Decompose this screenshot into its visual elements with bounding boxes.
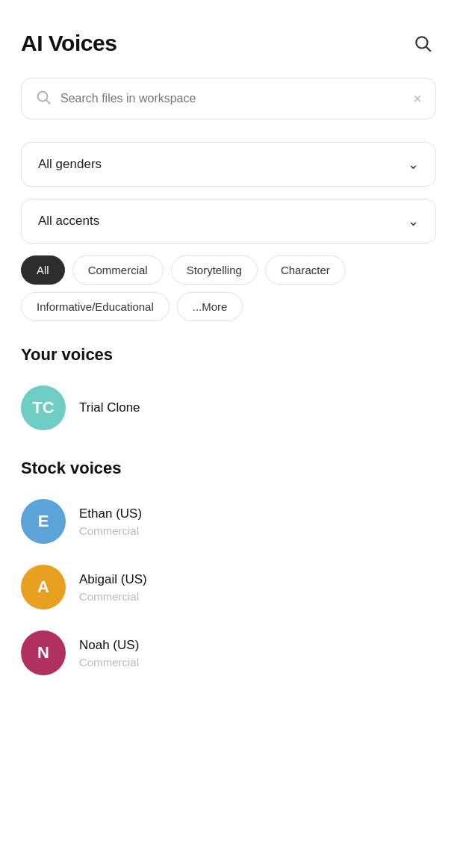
voice-info: Ethan (US)Commercial bbox=[79, 506, 142, 537]
search-bar-icon bbox=[35, 89, 52, 108]
voice-type: Commercial bbox=[79, 590, 147, 603]
accent-dropdown-chevron: ⌄ bbox=[408, 213, 419, 229]
voice-item[interactable]: NNoah (US)Commercial bbox=[21, 623, 436, 683]
your-voices-section: Your voices TCTrial Clone bbox=[21, 345, 436, 438]
header: AI Voices bbox=[21, 30, 436, 57]
svg-line-3 bbox=[46, 100, 50, 104]
stock-voices-section: Stock voices EEthan (US)CommercialAAbiga… bbox=[21, 459, 436, 683]
voice-item[interactable]: EEthan (US)Commercial bbox=[21, 492, 436, 551]
filter-chip-informativeeducational[interactable]: Informative/Educational bbox=[21, 292, 170, 321]
filter-chip-all[interactable]: All bbox=[21, 255, 65, 285]
gender-dropdown[interactable]: All genders ⌄ bbox=[21, 142, 436, 187]
filter-chips: AllCommercialStorytellingCharacterInform… bbox=[21, 255, 436, 321]
voice-name: Noah (US) bbox=[79, 638, 139, 653]
search-input[interactable] bbox=[60, 92, 404, 105]
voice-item[interactable]: TCTrial Clone bbox=[21, 378, 436, 438]
filter-chip-commercial[interactable]: Commercial bbox=[72, 255, 164, 285]
avatar: E bbox=[21, 499, 66, 544]
voice-info: Abigail (US)Commercial bbox=[79, 572, 147, 603]
svg-point-2 bbox=[38, 92, 48, 102]
stock-voices-title: Stock voices bbox=[21, 459, 436, 478]
avatar: N bbox=[21, 630, 66, 675]
clear-search-button[interactable]: × bbox=[413, 91, 422, 106]
search-icon-button[interactable] bbox=[409, 30, 436, 57]
filter-chip-more[interactable]: ...More bbox=[177, 292, 243, 321]
search-bar[interactable]: × bbox=[21, 78, 436, 120]
page-title: AI Voices bbox=[21, 31, 116, 56]
accent-dropdown[interactable]: All accents ⌄ bbox=[21, 199, 436, 244]
avatar: TC bbox=[21, 385, 66, 430]
your-voices-list: TCTrial Clone bbox=[21, 378, 436, 438]
gender-dropdown-label: All genders bbox=[38, 157, 102, 172]
filter-chip-character[interactable]: Character bbox=[265, 255, 346, 285]
svg-line-1 bbox=[426, 47, 431, 52]
voice-name: Abigail (US) bbox=[79, 572, 147, 587]
voice-info: Noah (US)Commercial bbox=[79, 638, 139, 669]
voice-name: Trial Clone bbox=[79, 400, 140, 415]
svg-point-0 bbox=[416, 37, 427, 48]
voice-item[interactable]: AAbigail (US)Commercial bbox=[21, 557, 436, 617]
voice-type: Commercial bbox=[79, 524, 142, 537]
stock-voices-list: EEthan (US)CommercialAAbigail (US)Commer… bbox=[21, 492, 436, 683]
page-container: AI Voices × All genders ⌄ All accents ⌄ … bbox=[0, 0, 457, 720]
accent-dropdown-label: All accents bbox=[38, 214, 99, 229]
voice-type: Commercial bbox=[79, 656, 139, 669]
voice-info: Trial Clone bbox=[79, 400, 140, 415]
voice-name: Ethan (US) bbox=[79, 506, 142, 521]
gender-dropdown-chevron: ⌄ bbox=[408, 156, 419, 173]
your-voices-title: Your voices bbox=[21, 345, 436, 365]
search-icon bbox=[413, 34, 432, 53]
filter-chip-storytelling[interactable]: Storytelling bbox=[171, 255, 258, 285]
avatar: A bbox=[21, 565, 66, 610]
